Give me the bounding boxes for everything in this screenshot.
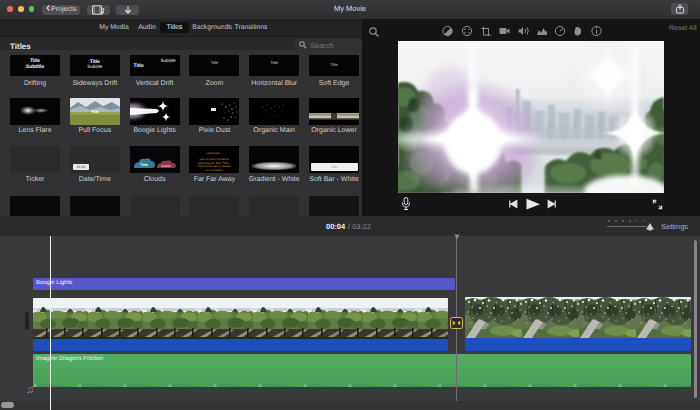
svg-text:for a industry: for a industry (206, 167, 224, 171)
svg-text:Title: Title (91, 109, 100, 114)
svg-text:Title: Title (140, 163, 147, 167)
svg-text:Subtitle: Subtitle (161, 163, 171, 167)
svg-text:LONG AGO...: LONG AGO... (206, 152, 222, 155)
